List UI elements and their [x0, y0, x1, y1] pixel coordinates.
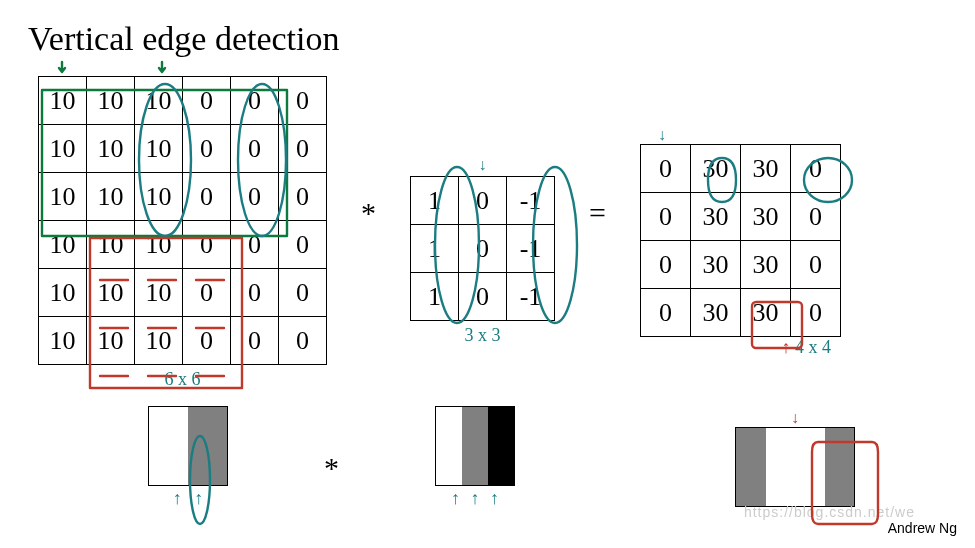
up-arrow-icon: ↑	[173, 488, 182, 508]
matrix-cell: 0	[279, 221, 327, 269]
matrix-cell: 1	[411, 273, 459, 321]
output-block: ↓ 030300030300030300030300 ↑ 4 x 4	[640, 126, 841, 358]
matrix-cell: 0	[279, 173, 327, 221]
matrix-cell: 0	[231, 173, 279, 221]
matrix-cell: -1	[507, 177, 555, 225]
matrix-cell: -1	[507, 225, 555, 273]
up-arrow-icon: ↑	[194, 488, 203, 508]
up-arrow-icon: ↑	[490, 488, 499, 508]
matrix-cell: 0	[459, 177, 507, 225]
filter-block: ↓ 10-110-110-1 3 x 3	[410, 156, 555, 346]
matrix-cell: 10	[39, 317, 87, 365]
matrix-cell: 0	[640, 145, 690, 193]
input-matrix: 1010100001010100001010100001010100001010…	[38, 76, 327, 365]
conv-operator: *	[345, 196, 392, 230]
matrix-cell: 0	[231, 77, 279, 125]
matrix-cell: 0	[279, 77, 327, 125]
swatch-black	[488, 407, 514, 485]
matrix-cell: 0	[183, 173, 231, 221]
gradient-filter: ↑ ↑ ↑	[435, 406, 515, 509]
matrix-cell: 10	[87, 77, 135, 125]
matrix-cell: 0	[790, 241, 840, 289]
matrix-cell: 0	[231, 317, 279, 365]
gradient-bar	[148, 406, 228, 486]
matrix-cell: 10	[39, 77, 87, 125]
up-arrow-icon: ↑	[781, 337, 790, 357]
swatch-gray	[188, 407, 227, 485]
matrix-cell: 30	[740, 145, 790, 193]
gradient-output: ↓	[735, 409, 855, 507]
matrix-cell: 30	[740, 193, 790, 241]
matrix-cell: 0	[183, 77, 231, 125]
matrix-cell: 10	[135, 221, 183, 269]
matrix-cell: 30	[690, 193, 740, 241]
matrix-cell: 10	[39, 173, 87, 221]
gradient-bar	[435, 406, 515, 486]
filter-dim-note: 3 x 3	[465, 325, 501, 346]
watermark-text: https://blog.csdn.net/we	[744, 504, 915, 520]
swatch-white	[436, 407, 462, 485]
matrix-cell: 10	[87, 173, 135, 221]
matrix-cell: 1	[411, 177, 459, 225]
swatch-gray	[825, 428, 855, 506]
swatch-white	[766, 428, 825, 506]
matrix-cell: 0	[790, 289, 840, 337]
matrix-cell: 0	[231, 269, 279, 317]
matrix-cell: 30	[690, 289, 740, 337]
swatch-gray	[462, 407, 488, 485]
matrix-cell: 10	[135, 125, 183, 173]
equals-operator: =	[573, 196, 622, 230]
matrix-cell: 0	[279, 125, 327, 173]
matrix-cell: 0	[183, 125, 231, 173]
up-arrow-icon: ↑	[471, 488, 480, 508]
matrix-cell: 0	[183, 317, 231, 365]
matrix-cell: 10	[135, 77, 183, 125]
matrix-cell: 30	[740, 241, 790, 289]
up-arrow-icon: ↑	[451, 488, 460, 508]
matrix-cell: 0	[231, 125, 279, 173]
credit-text: Andrew Ng	[888, 520, 957, 536]
matrix-cell: 1	[411, 225, 459, 273]
matrix-cell: 0	[640, 289, 690, 337]
page-title: Vertical edge detection	[28, 20, 947, 58]
matrix-cell: 0	[279, 269, 327, 317]
matrix-cell: 10	[135, 317, 183, 365]
matrix-cell: 0	[790, 193, 840, 241]
output-dim-note: ↑ 4 x 4	[781, 337, 831, 358]
matrix-cell: 10	[87, 125, 135, 173]
matrix-cell: -1	[507, 273, 555, 321]
matrix-cell: 0	[279, 317, 327, 365]
matrix-cell: 10	[39, 269, 87, 317]
matrix-cell: 10	[39, 125, 87, 173]
matrix-cell: 0	[459, 225, 507, 273]
input-matrix-block: 1010100001010100001010100001010100001010…	[38, 76, 327, 390]
matrix-cell: 10	[135, 269, 183, 317]
matrix-cell: 10	[87, 317, 135, 365]
matrix-cell: 0	[231, 221, 279, 269]
matrix-cell: 0	[790, 145, 840, 193]
matrix-cell: 0	[640, 193, 690, 241]
down-arrow-icon: ↓	[658, 126, 666, 144]
matrix-cell: 0	[459, 273, 507, 321]
output-matrix: 030300030300030300030300	[640, 144, 841, 337]
matrix-cell: 10	[39, 221, 87, 269]
down-arrow-icon: ↓	[791, 409, 799, 427]
matrix-cell: 0	[183, 269, 231, 317]
swatch-gray	[736, 428, 766, 506]
swatch-white	[149, 407, 188, 485]
gradient-input: ↑ ↑	[148, 406, 228, 509]
matrix-cell: 0	[640, 241, 690, 289]
conv-operator: *	[308, 451, 355, 485]
matrix-cell: 30	[690, 145, 740, 193]
matrix-cell: 10	[87, 269, 135, 317]
matrix-cell: 10	[135, 173, 183, 221]
matrix-cell: 30	[740, 289, 790, 337]
filter-matrix: 10-110-110-1	[410, 176, 555, 321]
input-dim-note: 6 x 6	[165, 369, 201, 390]
matrix-cell: 0	[183, 221, 231, 269]
matrix-cell: 10	[87, 221, 135, 269]
gradient-bar	[735, 427, 855, 507]
down-arrow-icon: ↓	[479, 156, 487, 174]
matrix-cell: 30	[690, 241, 740, 289]
